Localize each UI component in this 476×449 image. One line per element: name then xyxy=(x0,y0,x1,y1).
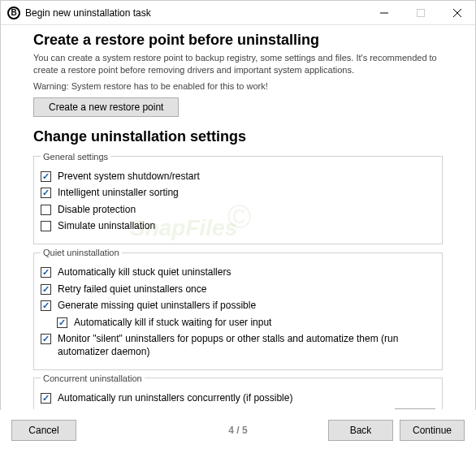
prevent-shutdown-label: Prevent system shutdown/restart xyxy=(58,171,200,183)
footer-bar: Cancel 4 / 5 Back Continue xyxy=(0,410,476,449)
disable-protection-checkbox[interactable] xyxy=(41,205,51,215)
quiet-legend: Quiet uninstallation xyxy=(41,248,122,257)
generate-missing-checkbox[interactable] xyxy=(41,300,51,311)
auto-kill-waiting-label: Automatically kill if stuck waiting for … xyxy=(74,317,271,330)
quiet-uninstall-group: Quiet uninstallation Automatically kill … xyxy=(33,248,443,370)
maximize-button xyxy=(402,1,439,24)
main-content: Create a restore point before uninstalli… xyxy=(1,25,475,409)
close-button[interactable] xyxy=(439,1,475,24)
minimize-button[interactable] xyxy=(366,1,402,24)
intelligent-sorting-row[interactable]: Intelligent uninstaller sorting xyxy=(41,187,435,200)
auto-kill-stuck-label: Automatically kill stuck quiet uninstall… xyxy=(58,266,231,279)
back-button[interactable]: Back xyxy=(328,420,393,441)
general-legend: General settings xyxy=(41,152,110,162)
max-running-row: Max number of running uninstallers: 2 ▲ … xyxy=(57,408,435,409)
generate-missing-label: Generate missing quiet uninstallers if p… xyxy=(58,300,256,313)
retry-failed-label: Retry failed quiet uninstallers once xyxy=(58,283,206,296)
retry-failed-row[interactable]: Retry failed quiet uninstallers once xyxy=(41,283,435,296)
concurrent-uninstall-group: Concurrent uninstallation Automatically … xyxy=(33,373,443,409)
svg-rect-1 xyxy=(417,9,424,16)
concurrent-legend: Concurrent uninstallation xyxy=(41,373,145,383)
general-settings-group: General settings Prevent system shutdown… xyxy=(33,152,443,244)
app-icon: B xyxy=(7,6,20,19)
auto-concurrent-row[interactable]: Automatically run uninstallers concurren… xyxy=(41,392,435,405)
auto-kill-stuck-checkbox[interactable] xyxy=(41,267,51,278)
retry-failed-checkbox[interactable] xyxy=(41,284,51,295)
intelligent-sorting-label: Intelligent uninstaller sorting xyxy=(58,187,179,200)
simulate-uninstall-row[interactable]: Simulate uninstallation xyxy=(41,220,435,233)
cancel-button[interactable]: Cancel xyxy=(11,420,76,441)
create-restore-point-button[interactable]: Create a new restore point xyxy=(33,97,179,117)
restore-heading: Create a restore point before uninstalli… xyxy=(33,32,443,49)
window-title: Begin new uninstallation task xyxy=(25,7,366,19)
generate-missing-row[interactable]: Generate missing quiet uninstallers if p… xyxy=(41,300,435,313)
disable-protection-row[interactable]: Disable protection xyxy=(41,204,435,217)
prevent-shutdown-row[interactable]: Prevent system shutdown/restart xyxy=(41,171,435,183)
simulate-uninstall-label: Simulate uninstallation xyxy=(58,220,155,233)
monitor-silent-checkbox[interactable] xyxy=(41,334,51,344)
auto-concurrent-label: Automatically run uninstallers concurren… xyxy=(58,392,292,405)
disable-protection-label: Disable protection xyxy=(58,204,136,217)
window-controls xyxy=(366,1,475,24)
monitor-silent-row[interactable]: Monitor "silent" uninstallers for popups… xyxy=(41,333,435,358)
intelligent-sorting-checkbox[interactable] xyxy=(41,188,51,198)
settings-heading: Change uninstallation settings xyxy=(33,128,443,145)
max-running-spinner[interactable]: 2 ▲ ▼ xyxy=(395,408,435,409)
monitor-silent-label: Monitor "silent" uninstallers for popups… xyxy=(58,333,435,358)
auto-kill-waiting-checkbox[interactable] xyxy=(57,317,67,328)
auto-kill-stuck-row[interactable]: Automatically kill stuck quiet uninstall… xyxy=(41,266,435,279)
continue-button[interactable]: Continue xyxy=(400,420,465,441)
auto-kill-waiting-row[interactable]: Automatically kill if stuck waiting for … xyxy=(57,317,435,330)
titlebar: B Begin new uninstallation task xyxy=(1,1,475,25)
restore-warning: Warning: System restore has to be enable… xyxy=(33,81,443,91)
page-indicator: 4 / 5 xyxy=(228,425,247,436)
auto-concurrent-checkbox[interactable] xyxy=(41,393,51,404)
restore-description: You can create a system restore point to… xyxy=(33,52,443,76)
simulate-uninstall-checkbox[interactable] xyxy=(41,221,51,231)
prevent-shutdown-checkbox[interactable] xyxy=(41,171,51,182)
